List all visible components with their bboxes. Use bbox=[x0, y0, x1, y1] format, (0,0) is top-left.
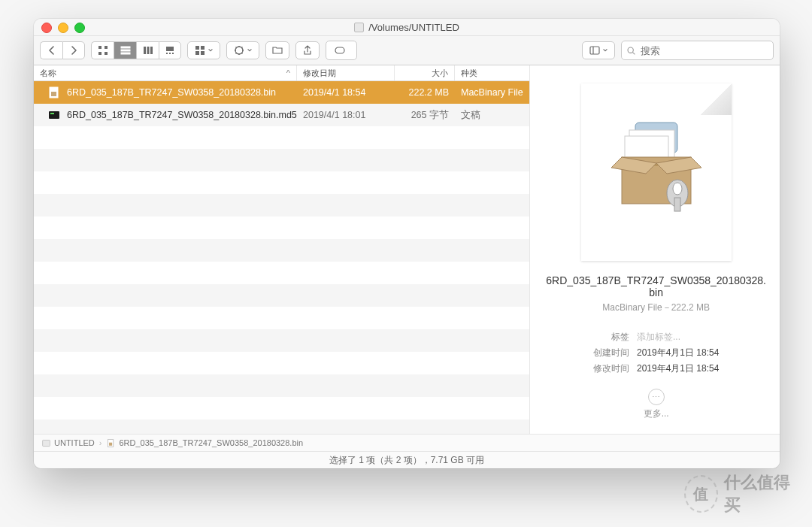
empty-row bbox=[34, 217, 529, 239]
svg-rect-2 bbox=[98, 52, 102, 55]
svg-rect-19 bbox=[335, 47, 344, 53]
svg-rect-35 bbox=[43, 440, 50, 446]
path-root[interactable]: UNTITLED bbox=[41, 438, 95, 448]
preview-details: 标签 添加标签... 创建时间 2019年4月1日 18:54 修改时间 201… bbox=[593, 331, 719, 375]
cell-kind: MacBinary File bbox=[455, 87, 529, 98]
cell-date: 2019/4/1 18:01 bbox=[297, 110, 395, 120]
empty-row bbox=[34, 397, 529, 419]
sidebar-toggle-button[interactable] bbox=[582, 41, 615, 59]
search-icon bbox=[626, 46, 636, 56]
svg-rect-9 bbox=[150, 47, 153, 54]
column-headers: 名称^ 修改日期 大小 种类 bbox=[34, 65, 529, 81]
preview-filename: 6RD_035_187B_TR7247_SW0358_20180328.bin bbox=[544, 274, 769, 298]
action-button[interactable] bbox=[226, 41, 259, 59]
column-size[interactable]: 大小 bbox=[395, 65, 455, 80]
created-value: 2019年4月1日 18:54 bbox=[637, 347, 719, 359]
modified-value: 2019年4月1日 18:54 bbox=[637, 362, 719, 375]
path-file[interactable]: 6RD_035_187B_TR7247_SW0358_20180328.bin bbox=[106, 438, 303, 448]
list-view-button[interactable] bbox=[114, 41, 136, 59]
finder-window: /Volumes/UNTITLED bbox=[34, 19, 780, 468]
file-name: 6RD_035_187B_TR7247_SW0358_20180328.bin.… bbox=[67, 110, 297, 120]
search-field[interactable] bbox=[621, 41, 774, 60]
svg-rect-25 bbox=[51, 92, 56, 96]
watermark-text: 什么值得买 bbox=[724, 471, 797, 516]
empty-row bbox=[34, 284, 529, 307]
svg-rect-27 bbox=[50, 113, 54, 114]
empty-row bbox=[34, 329, 529, 352]
tag-label: 标签 bbox=[593, 331, 629, 344]
toolbar bbox=[34, 36, 780, 65]
group-by-button[interactable] bbox=[187, 41, 220, 59]
status-bar: 选择了 1 项（共 2 项），7.71 GB 可用 bbox=[34, 451, 780, 468]
svg-rect-3 bbox=[105, 52, 108, 55]
svg-rect-10 bbox=[166, 47, 174, 51]
svg-rect-5 bbox=[121, 50, 130, 51]
svg-rect-14 bbox=[195, 46, 199, 50]
share-button[interactable] bbox=[295, 41, 320, 59]
path-bar: UNTITLED › 6RD_035_187B_TR7247_SW0358_20… bbox=[34, 434, 780, 451]
search-input[interactable] bbox=[639, 44, 768, 57]
svg-rect-26 bbox=[49, 111, 59, 119]
close-button[interactable] bbox=[41, 23, 52, 33]
empty-row bbox=[34, 149, 529, 171]
preview-thumbnail bbox=[581, 83, 732, 261]
modified-label: 修改时间 bbox=[593, 362, 629, 375]
disk-icon bbox=[41, 438, 51, 448]
forward-button[interactable] bbox=[62, 41, 85, 59]
disk-icon bbox=[354, 23, 364, 32]
archive-icon bbox=[604, 114, 709, 219]
column-view-button[interactable] bbox=[136, 41, 159, 59]
empty-row bbox=[34, 194, 529, 217]
svg-rect-0 bbox=[98, 46, 102, 49]
preview-more[interactable]: ⋯ 更多... bbox=[644, 389, 669, 420]
svg-rect-8 bbox=[147, 47, 149, 54]
svg-rect-11 bbox=[166, 53, 168, 54]
column-name[interactable]: 名称^ bbox=[34, 65, 297, 80]
svg-rect-37 bbox=[110, 442, 113, 445]
more-icon: ⋯ bbox=[648, 389, 665, 405]
icon-view-button[interactable] bbox=[91, 41, 114, 59]
svg-rect-15 bbox=[201, 46, 205, 50]
new-folder-button[interactable] bbox=[265, 41, 289, 59]
zoom-button[interactable] bbox=[74, 23, 85, 33]
cell-date: 2019/4/1 18:54 bbox=[297, 87, 395, 98]
preview-pane: 6RD_035_187B_TR7247_SW0358_20180328.bin … bbox=[530, 65, 780, 434]
cell-name: 6RD_035_187B_TR7247_SW0358_20180328.bin bbox=[34, 86, 297, 99]
preview-meta: MacBinary File－222.2 MB bbox=[602, 301, 710, 314]
svg-point-33 bbox=[673, 183, 682, 195]
cell-name: 6RD_035_187B_TR7247_SW0358_20180328.bin.… bbox=[34, 108, 297, 122]
table-row[interactable]: 6RD_035_187B_TR7247_SW0358_20180328.bin.… bbox=[34, 104, 529, 126]
window-title-text: /Volumes/UNTITLED bbox=[368, 22, 459, 33]
titlebar: /Volumes/UNTITLED bbox=[34, 19, 780, 36]
tag-value[interactable]: 添加标签... bbox=[637, 331, 719, 344]
column-date[interactable]: 修改日期 bbox=[297, 65, 395, 80]
empty-row bbox=[34, 307, 529, 329]
empty-row bbox=[34, 352, 529, 374]
empty-row bbox=[34, 262, 529, 284]
view-switcher bbox=[91, 41, 181, 59]
cell-size: 222.2 MB bbox=[395, 87, 455, 98]
empty-row bbox=[34, 239, 529, 262]
svg-rect-20 bbox=[590, 47, 599, 54]
minimize-button[interactable] bbox=[58, 23, 68, 33]
tag-button[interactable] bbox=[326, 41, 357, 60]
watermark: 值 什么值得买 bbox=[684, 471, 797, 516]
column-kind[interactable]: 种类 bbox=[455, 65, 529, 80]
svg-rect-12 bbox=[169, 53, 171, 54]
svg-rect-4 bbox=[121, 47, 130, 48]
svg-rect-16 bbox=[195, 51, 199, 55]
empty-row bbox=[34, 126, 529, 149]
gallery-view-button[interactable] bbox=[159, 41, 181, 59]
path-separator: › bbox=[99, 438, 102, 447]
svg-rect-17 bbox=[201, 51, 205, 55]
table-row[interactable]: 6RD_035_187B_TR7247_SW0358_20180328.bin2… bbox=[34, 81, 529, 104]
svg-rect-6 bbox=[121, 53, 130, 54]
back-button[interactable] bbox=[40, 41, 62, 59]
svg-rect-34 bbox=[674, 198, 680, 211]
svg-line-23 bbox=[633, 52, 635, 54]
status-text: 选择了 1 项（共 2 项），7.71 GB 可用 bbox=[329, 454, 484, 467]
file-rows: 6RD_035_187B_TR7247_SW0358_20180328.bin2… bbox=[34, 81, 529, 434]
svg-rect-7 bbox=[144, 47, 146, 54]
empty-row bbox=[34, 374, 529, 397]
window-title: /Volumes/UNTITLED bbox=[354, 22, 459, 33]
